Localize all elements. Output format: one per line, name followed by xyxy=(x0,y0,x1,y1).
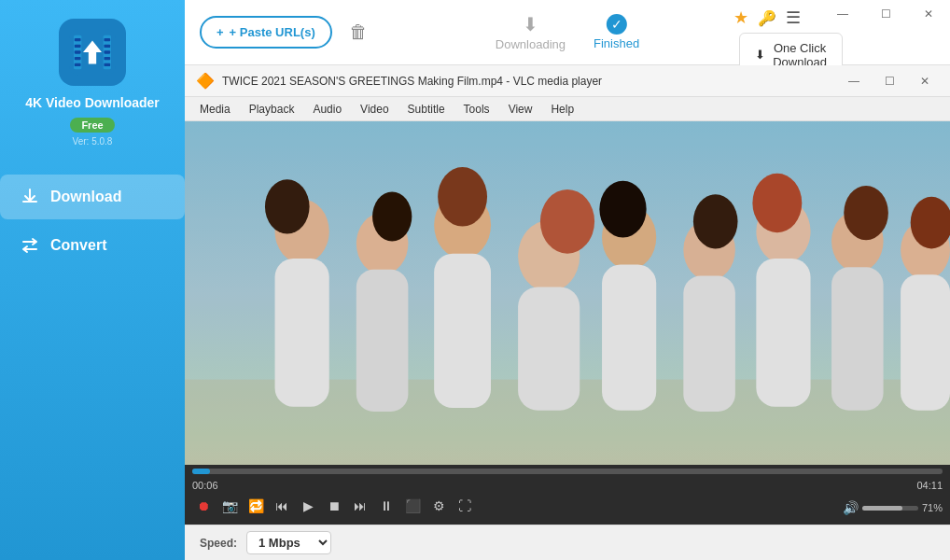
one-click-icon: ⬇ xyxy=(755,48,765,62)
vlc-title: TWICE 2021 SEASON'S GREETINGS Making Fil… xyxy=(222,75,832,88)
downloading-icon: ⬇ xyxy=(523,13,538,35)
vlc-controls: 00:06 04:11 ⏺ 📷 🔁 ⏮ ▶ ⏹ ⏭ ⏸ ⬛ ⚙ xyxy=(185,465,950,525)
tab-downloading[interactable]: ⬇ Downloading xyxy=(496,13,566,51)
svg-rect-10 xyxy=(105,50,111,53)
vlc-minimize-button[interactable]: — xyxy=(840,71,868,91)
downloading-label: Downloading xyxy=(496,37,566,51)
vlc-menubar: Media Playback Audio Video Subtitle Tool… xyxy=(185,97,950,121)
vlc-menu-help[interactable]: Help xyxy=(543,101,581,118)
main-panel: + + Paste URL(s) 🗑 ★ 🔑 ☰ — ☐ ✕ ⬇ Downloa… xyxy=(185,0,950,560)
bottom-speed-bar: Speed: 1 Mbps 2 Mbps 5 Mbps 10 Mbps No L… xyxy=(185,525,950,560)
vlc-time-current: 00:06 xyxy=(192,480,218,491)
sidebar-item-convert[interactable]: Convert xyxy=(0,223,185,268)
vlc-titlebar: 🔶 TWICE 2021 SEASON'S GREETINGS Making F… xyxy=(185,65,950,97)
vlc-play-button[interactable]: ▶ xyxy=(297,495,319,517)
vlc-volume-fill xyxy=(862,506,902,511)
vlc-volume-bar[interactable] xyxy=(862,506,918,511)
vlc-menu-video[interactable]: Video xyxy=(353,101,396,118)
vlc-logo: 🔶 xyxy=(196,72,215,90)
vlc-time-row: 00:06 04:11 xyxy=(192,480,943,491)
finished-check-icon: ✓ xyxy=(607,14,627,35)
maximize-button[interactable]: ☐ xyxy=(864,0,907,28)
vlc-time-total: 04:11 xyxy=(916,480,943,491)
vlc-button-row-1: ⏺ 📷 🔁 ⏮ ▶ ⏹ ⏭ ⏸ ⬛ ⚙ ⛶ xyxy=(192,495,839,517)
svg-rect-3 xyxy=(75,45,81,48)
speed-select[interactable]: 1 Mbps 2 Mbps 5 Mbps 10 Mbps No Limit xyxy=(246,531,331,554)
vlc-menu-audio[interactable]: Audio xyxy=(305,101,349,118)
svg-rect-2 xyxy=(75,38,81,41)
delete-button[interactable]: 🗑 xyxy=(343,16,373,49)
vlc-prev-button[interactable]: ⏮ xyxy=(271,495,293,517)
vlc-video-area[interactable]: TWICE 2021 SEASON'S GREETINGS xyxy=(185,121,950,465)
window-controls: — ☐ ✕ xyxy=(821,0,950,28)
speed-label: Speed: xyxy=(200,537,237,550)
content-area: 👥 JYP TWICE REALITY 🕐 00:41 🎵 JYP xyxy=(185,65,950,560)
close-button[interactable]: ✕ xyxy=(907,0,950,28)
vlc-menu-media[interactable]: Media xyxy=(192,101,238,118)
tab-group: ⬇ Downloading ✓ Finished xyxy=(496,13,639,51)
key-icon[interactable]: 🔑 xyxy=(758,9,776,27)
finished-label: Finished xyxy=(594,36,639,50)
app-logo xyxy=(59,19,126,86)
download-icon xyxy=(19,186,41,208)
menu-icon[interactable]: ☰ xyxy=(786,7,801,28)
plus-icon: + xyxy=(217,25,224,39)
sidebar-item-download[interactable]: Download xyxy=(0,175,185,219)
svg-rect-5 xyxy=(75,57,81,60)
svg-rect-11 xyxy=(105,57,111,60)
svg-rect-48 xyxy=(185,121,950,465)
header: + + Paste URL(s) 🗑 ★ 🔑 ☰ — ☐ ✕ ⬇ Downloa… xyxy=(185,0,950,65)
vlc-close-button[interactable]: ✕ xyxy=(911,71,939,91)
convert-label: Convert xyxy=(50,237,106,254)
vlc-menu-tools[interactable]: Tools xyxy=(456,101,497,118)
vlc-maximize-button[interactable]: ☐ xyxy=(875,71,903,91)
vlc-expand-button[interactable]: ⛶ xyxy=(454,495,476,517)
vlc-window: 🔶 TWICE 2021 SEASON'S GREETINGS Making F… xyxy=(185,65,950,560)
svg-rect-9 xyxy=(105,45,111,48)
vlc-effect-button[interactable]: ⚙ xyxy=(427,495,450,517)
vlc-progress-fill xyxy=(192,469,210,474)
vlc-volume-label: 71% xyxy=(922,502,943,513)
download-label: Download xyxy=(50,189,121,205)
sidebar: 4K Video Downloader Free Ver: 5.0.8 Down… xyxy=(0,0,185,560)
vlc-progress-bar[interactable] xyxy=(192,469,943,474)
app-title: 4K Video Downloader xyxy=(25,95,160,110)
convert-icon xyxy=(19,234,41,257)
vlc-crop-button[interactable]: ⬛ xyxy=(401,495,424,517)
version-text: Ver: 5.0.8 xyxy=(73,136,113,147)
svg-rect-6 xyxy=(75,63,81,66)
vlc-stop-button[interactable]: ⏹ xyxy=(323,495,345,517)
paste-url-button[interactable]: + + Paste URL(s) xyxy=(200,16,332,49)
svg-rect-12 xyxy=(105,63,111,66)
svg-rect-4 xyxy=(75,50,81,53)
vlc-frame-button[interactable]: ⏸ xyxy=(375,495,398,517)
vlc-snapshot-button[interactable]: 📷 xyxy=(218,495,241,517)
vlc-volume-area: 🔊 71% xyxy=(843,500,943,515)
tab-finished[interactable]: ✓ Finished xyxy=(594,14,639,50)
svg-rect-8 xyxy=(105,38,111,41)
vlc-loop-button[interactable]: 🔁 xyxy=(244,495,267,517)
free-badge: Free xyxy=(70,118,114,133)
paste-url-label: + Paste URL(s) xyxy=(230,25,315,39)
one-click-label: One Click Download xyxy=(773,41,827,69)
vlc-menu-view[interactable]: View xyxy=(501,101,540,118)
volume-icon: 🔊 xyxy=(843,500,859,515)
vlc-record-button[interactable]: ⏺ xyxy=(192,495,215,517)
star-icon[interactable]: ★ xyxy=(733,7,748,28)
minimize-button[interactable]: — xyxy=(821,0,864,28)
vlc-next-button[interactable]: ⏭ xyxy=(349,495,371,517)
vlc-menu-playback[interactable]: Playback xyxy=(242,101,302,118)
vlc-menu-subtitle[interactable]: Subtitle xyxy=(400,101,453,118)
